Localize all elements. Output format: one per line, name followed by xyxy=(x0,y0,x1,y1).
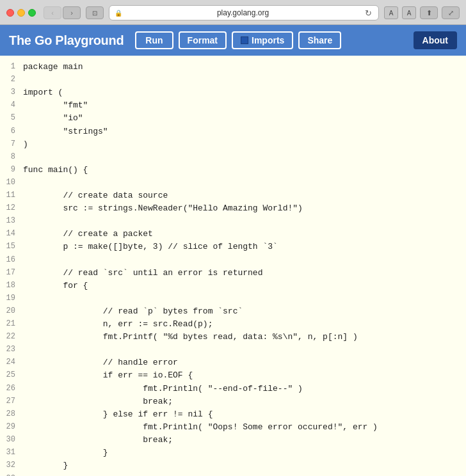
forward-button[interactable]: › xyxy=(63,6,81,19)
line-content: break; xyxy=(23,395,466,408)
line-content: "fmt" xyxy=(23,99,466,112)
line-number: 20 xyxy=(0,305,23,318)
code-line: 19 xyxy=(0,292,466,305)
line-content: n, err := src.Read(p); xyxy=(23,318,466,331)
line-content: } xyxy=(23,447,466,459)
code-line: 29 fmt.Println( "Oops! Some error occure… xyxy=(0,421,466,434)
line-number: 16 xyxy=(0,254,23,267)
line-content: fmt.Println( "Oops! Some error occured!"… xyxy=(23,421,466,434)
fullscreen-button[interactable] xyxy=(28,9,36,17)
line-number: 31 xyxy=(0,447,23,459)
code-line: 9func main() { xyxy=(0,164,466,177)
line-content: import ( xyxy=(23,86,466,99)
code-line: 13 xyxy=(0,215,466,228)
expand-button[interactable]: ⤢ xyxy=(442,6,460,19)
line-number: 25 xyxy=(0,369,23,382)
line-content: // read `src` until an error is returned xyxy=(23,267,466,280)
browser-chrome: ‹ › ⊡ 🔒 play.golang.org ↻ A A ⬆ ⤢ xyxy=(0,0,466,25)
nav-buttons: ‹ › xyxy=(44,6,81,19)
line-number: 10 xyxy=(0,177,23,189)
line-number: 12 xyxy=(0,202,23,215)
code-line: 11 // create data source xyxy=(0,189,466,202)
line-content xyxy=(23,254,466,267)
line-number: 28 xyxy=(0,408,23,421)
browser-share-button[interactable]: ⬆ xyxy=(420,6,438,19)
line-number: 29 xyxy=(0,421,23,434)
code-line: 22 fmt.Printf( "%d bytes read, data: %s\… xyxy=(0,331,466,344)
line-number: 2 xyxy=(0,74,23,86)
line-content: p := make([]byte, 3) // slice of length … xyxy=(23,241,466,253)
address-bar[interactable]: 🔒 play.golang.org ↻ xyxy=(109,5,379,20)
code-line: 26 fmt.Println( "--end-of-file--" ) xyxy=(0,383,466,395)
line-content xyxy=(23,74,466,86)
line-number: 9 xyxy=(0,164,23,177)
code-line: 24 // handle error xyxy=(0,356,466,369)
line-content xyxy=(23,177,466,189)
window-mode-button[interactable]: ⊡ xyxy=(86,6,104,19)
minimize-button[interactable] xyxy=(17,9,25,17)
line-content: "io" xyxy=(23,112,466,125)
traffic-lights xyxy=(6,9,36,17)
code-line: 3import ( xyxy=(0,86,466,99)
line-content: ) xyxy=(23,138,466,151)
format-button[interactable]: Format xyxy=(179,31,227,49)
line-content xyxy=(23,215,466,228)
line-number: 17 xyxy=(0,267,23,280)
code-line: 18 for { xyxy=(0,280,466,292)
line-number: 32 xyxy=(0,459,23,472)
line-number: 6 xyxy=(0,125,23,138)
code-line: 5 "io" xyxy=(0,112,466,125)
line-number: 19 xyxy=(0,292,23,305)
line-number: 4 xyxy=(0,99,23,112)
imports-label: Imports xyxy=(252,35,284,45)
line-number: 24 xyxy=(0,356,23,369)
line-number: 30 xyxy=(0,434,23,447)
line-content xyxy=(23,473,466,476)
line-number: 7 xyxy=(0,138,23,151)
line-number: 11 xyxy=(0,189,23,202)
code-editor[interactable]: 1package main23import (4 "fmt"5 "io"6 "s… xyxy=(0,56,466,476)
run-button[interactable]: Run xyxy=(135,31,173,49)
browser-right-controls: A A ⬆ ⤢ xyxy=(384,6,460,19)
code-line: 2 xyxy=(0,74,466,86)
font-large-button[interactable]: A xyxy=(402,6,416,19)
app-container: The Go Playground Run Format Imports Sha… xyxy=(0,25,466,476)
line-number: 1 xyxy=(0,61,23,74)
line-content: // read `p` bytes from `src` xyxy=(23,305,466,318)
line-number: 13 xyxy=(0,215,23,228)
line-content: // handle error xyxy=(23,356,466,369)
share-button[interactable]: Share xyxy=(298,31,341,49)
line-number: 21 xyxy=(0,318,23,331)
line-content: src := strings.NewReader("Hello Amazing … xyxy=(23,202,466,215)
line-number: 8 xyxy=(0,151,23,164)
font-small-button[interactable]: A xyxy=(384,6,398,19)
app-header: The Go Playground Run Format Imports Sha… xyxy=(0,25,466,56)
back-button[interactable]: ‹ xyxy=(44,6,61,19)
code-line: 21 n, err := src.Read(p); xyxy=(0,318,466,331)
line-content: } else if err != nil { xyxy=(23,408,466,421)
code-line: 1package main xyxy=(0,61,466,74)
line-number: 22 xyxy=(0,331,23,344)
line-content: "strings" xyxy=(23,125,466,138)
line-number: 15 xyxy=(0,241,23,253)
code-line: 15 p := make([]byte, 3) // slice of leng… xyxy=(0,241,466,253)
line-content: package main xyxy=(23,61,466,74)
code-line: 12 src := strings.NewReader("Hello Amazi… xyxy=(0,202,466,215)
code-line: 4 "fmt" xyxy=(0,99,466,112)
imports-button[interactable]: Imports xyxy=(232,31,293,49)
line-content: fmt.Println( "--end-of-file--" ) xyxy=(23,383,466,395)
line-content: fmt.Printf( "%d bytes read, data: %s\n",… xyxy=(23,331,466,344)
code-line: 30 break; xyxy=(0,434,466,447)
lock-icon: 🔒 xyxy=(115,10,122,17)
line-content xyxy=(23,151,466,164)
code-line: 33 xyxy=(0,473,466,476)
line-number: 23 xyxy=(0,344,23,356)
close-button[interactable] xyxy=(6,9,14,17)
about-button[interactable]: About xyxy=(414,31,457,49)
line-number: 26 xyxy=(0,383,23,395)
reload-button[interactable]: ↻ xyxy=(364,8,373,18)
code-line: 27 break; xyxy=(0,395,466,408)
code-line: 16 xyxy=(0,254,466,267)
code-line: 14 // create a packet xyxy=(0,228,466,241)
code-line: 23 xyxy=(0,344,466,356)
